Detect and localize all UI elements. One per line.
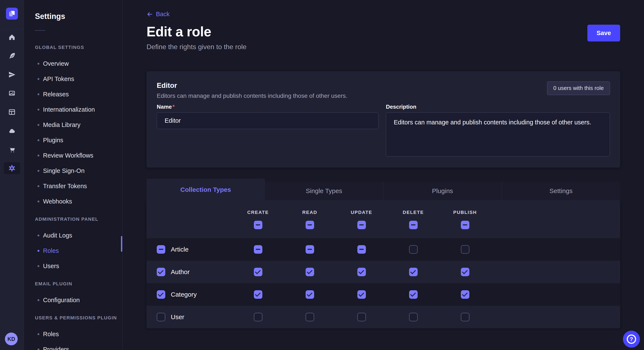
media-library-pictures-icon[interactable] — [4, 87, 20, 99]
user-delete-checkbox[interactable] — [409, 313, 418, 321]
sidebar-item-label: Releases — [43, 91, 69, 98]
sidebar-item-api-tokens[interactable]: API Tokens — [24, 71, 122, 87]
sidebar-item-webhooks[interactable]: Webhooks — [24, 194, 122, 209]
article-delete-checkbox[interactable] — [409, 245, 418, 254]
sidebar-item-label: Single Sign-On — [43, 167, 84, 174]
role-name-heading: Editor — [157, 81, 347, 90]
row-label: Author — [171, 268, 190, 276]
row-label: Category — [171, 291, 197, 298]
role-name-input[interactable] — [157, 113, 378, 129]
author-delete-checkbox[interactable] — [409, 268, 418, 276]
select-all-publish-checkbox[interactable] — [461, 221, 469, 229]
back-link[interactable]: Back — [146, 11, 170, 18]
content-manager-layout-icon[interactable] — [4, 106, 20, 118]
column-delete: DELETE — [388, 210, 439, 229]
row-label: Article — [171, 246, 188, 253]
users-with-role-badge[interactable]: 0 users with this role — [547, 81, 610, 95]
permissions-tabs: Collection Types Single Types Plugins Se… — [146, 178, 620, 201]
category-create-checkbox[interactable] — [254, 290, 262, 299]
sidebar-item-label: API Tokens — [43, 75, 74, 82]
tab-settings[interactable]: Settings — [502, 181, 620, 201]
sidebar-item-audit-logs[interactable]: Audit Logs — [24, 228, 122, 243]
user-create-checkbox[interactable] — [254, 313, 262, 321]
sidebar-item-label: Plugins — [43, 137, 63, 144]
cell — [232, 290, 284, 299]
user-publish-checkbox[interactable] — [461, 313, 469, 321]
deploy-paper-plane-icon[interactable] — [4, 69, 20, 81]
sidebar-item-overview[interactable]: Overview — [24, 56, 122, 71]
tab-collection-types[interactable]: Collection Types — [146, 178, 265, 201]
article-create-checkbox[interactable] — [254, 245, 262, 254]
permission-row-category: Category — [146, 283, 620, 306]
role-fields: Name* Description Editors can manage and… — [157, 104, 610, 157]
settings-gear-icon[interactable] — [4, 162, 20, 174]
article-publish-checkbox[interactable] — [461, 245, 469, 254]
section-label-users-permissions-plugin: USERS & PERMISSIONS PLUGIN — [35, 315, 122, 321]
permissions-section: Collection Types Single Types Plugins Se… — [146, 178, 620, 328]
strapi-admin-app: KD Settings GLOBAL SETTINGS Overview API… — [0, 0, 644, 350]
column-title-create: CREATE — [247, 210, 269, 215]
subnav-scrollbar-thumb[interactable] — [121, 236, 122, 252]
author-update-checkbox[interactable] — [357, 268, 366, 276]
cloud-icon[interactable] — [4, 125, 20, 137]
sidebar-item-roles-active[interactable]: Roles — [24, 243, 122, 258]
sidebar-item-label: Overview — [43, 60, 69, 67]
row-label: User — [171, 313, 184, 321]
sidebar-item-users[interactable]: Users — [24, 258, 122, 274]
row-select-checkbox-article[interactable] — [157, 245, 165, 254]
cell — [388, 313, 439, 321]
sidebar-item-label: Providers — [43, 346, 69, 350]
author-publish-checkbox[interactable] — [461, 268, 469, 276]
select-all-create-checkbox[interactable] — [254, 221, 262, 229]
category-publish-checkbox[interactable] — [461, 290, 469, 299]
select-all-delete-checkbox[interactable] — [409, 221, 418, 229]
cell — [388, 245, 439, 254]
help-button[interactable]: ? — [623, 331, 640, 348]
row-select-checkbox-user[interactable] — [157, 313, 165, 321]
user-update-checkbox[interactable] — [357, 313, 366, 321]
select-all-read-checkbox[interactable] — [306, 221, 314, 229]
sidebar-item-review-workflows[interactable]: Review Workflows — [24, 148, 122, 163]
content-type-builder-feather-icon[interactable] — [4, 50, 20, 62]
row-select-checkbox-author[interactable] — [157, 268, 165, 276]
strapi-logo-icon[interactable] — [6, 8, 18, 19]
article-update-checkbox[interactable] — [357, 245, 366, 254]
row-select-checkbox-category[interactable] — [157, 290, 165, 299]
save-button[interactable]: Save — [587, 25, 620, 41]
email-plugin-list: Configuration — [24, 292, 122, 308]
sidebar-item-label: Internationalization — [43, 106, 95, 113]
description-field-group: Description Editors can manage and publi… — [386, 104, 610, 157]
sidebar-item-label: Roles — [43, 247, 59, 254]
sidebar-item-single-sign-on[interactable]: Single Sign-On — [24, 163, 122, 178]
description-field-label: Description — [386, 104, 610, 110]
sidebar-item-up-roles[interactable]: Roles — [24, 326, 122, 342]
column-publish: PUBLISH — [439, 210, 491, 229]
role-details-card: Editor Editors can manage and publish co… — [146, 71, 620, 168]
tab-single-types[interactable]: Single Types — [265, 181, 383, 201]
user-read-checkbox[interactable] — [306, 313, 314, 321]
category-delete-checkbox[interactable] — [409, 290, 418, 299]
role-description-textarea[interactable]: Editors can manage and publish contents … — [386, 113, 610, 157]
home-icon[interactable] — [4, 31, 20, 43]
select-all-update-checkbox[interactable] — [357, 221, 366, 229]
sidebar-item-plugins[interactable]: Plugins — [24, 133, 122, 148]
sidebar-item-label: Audit Logs — [43, 232, 72, 239]
cell — [439, 268, 491, 276]
author-create-checkbox[interactable] — [254, 268, 262, 276]
user-avatar[interactable]: KD — [5, 333, 18, 345]
sidebar-item-media-library[interactable]: Media Library — [24, 117, 122, 133]
category-update-checkbox[interactable] — [357, 290, 366, 299]
cell — [439, 245, 491, 254]
category-read-checkbox[interactable] — [306, 290, 314, 299]
author-read-checkbox[interactable] — [306, 268, 314, 276]
sidebar-item-transfer-tokens[interactable]: Transfer Tokens — [24, 178, 122, 194]
article-read-checkbox[interactable] — [306, 245, 314, 254]
sidebar-item-releases[interactable]: Releases — [24, 87, 122, 102]
sidebar-item-internationalization[interactable]: Internationalization — [24, 102, 122, 117]
marketplace-cart-icon[interactable] — [4, 144, 20, 156]
sidebar-item-configuration[interactable]: Configuration — [24, 292, 122, 308]
global-settings-list: Overview API Tokens Releases Internation… — [24, 56, 122, 209]
cell — [284, 245, 336, 254]
tab-plugins[interactable]: Plugins — [383, 181, 502, 201]
sidebar-item-up-providers[interactable]: Providers — [24, 342, 122, 350]
